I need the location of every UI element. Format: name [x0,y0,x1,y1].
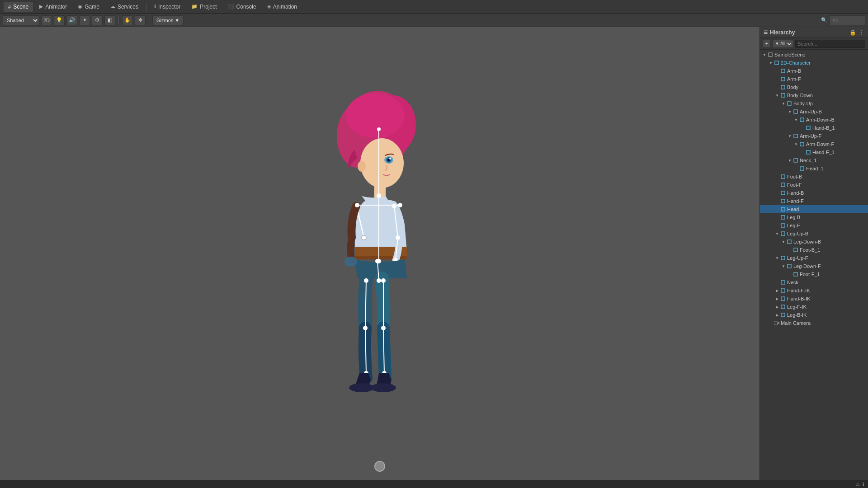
tab-scene[interactable]: # Scene [4,2,33,12]
hierarchy-add-button[interactable]: + [763,40,771,48]
body-up-arrow: ▼ [781,102,786,106]
tree-item-hand-f-ik[interactable]: ▶ Hand-F-IK [760,286,868,295]
svg-rect-58 [794,159,797,162]
tree-item-foot-f-1[interactable]: ▶ Foot-F_1 [760,270,868,278]
tree-item-hand-f-1[interactable]: ▶ Hand-F_1 [760,148,868,156]
leg-up-f-label: Leg-Up-F [786,255,808,261]
tree-item-hand-b-ik[interactable]: ▶ Hand-B-IK [760,295,868,303]
tree-item-hand-f[interactable]: ▶ Hand-F [760,197,868,205]
svg-rect-68 [788,240,791,244]
gizmos-button[interactable]: Gizmos ▼ [152,15,184,25]
tree-item-arm-b[interactable]: ▶ Arm-B [760,67,868,75]
tree-item-arm-up-b[interactable]: ▼ Arm-Up-B [760,108,868,116]
audio-toggle-button[interactable]: 🔊 [66,15,77,25]
status-info-icon[interactable]: ℹ [863,482,864,487]
tree-item-arm-up-f[interactable]: ▼ Arm-Up-F [760,132,868,140]
tab-game[interactable]: ◉ Game [73,2,104,12]
tree-item-leg-up-b[interactable]: ▼ Leg-Up-B [760,230,868,238]
tree-item-body-up[interactable]: ▼ Body-Up [760,99,868,108]
arm-down-b-arrow: ▼ [793,118,799,122]
tree-item-neck-1[interactable]: ▼ Neck_1 [760,156,868,164]
tab-animator[interactable]: ▶ Animator [35,2,71,12]
tree-item-arm-f[interactable]: ▶ Arm-F [760,75,868,83]
svg-rect-77 [781,313,785,317]
arm-f-label: Arm-F [786,76,801,82]
svg-rect-49 [781,85,785,89]
hand-f-1-icon [805,150,811,155]
tree-item-leg-up-f[interactable]: ▼ Leg-Up-F [760,254,868,262]
tree-item-leg-f-ik[interactable]: ▶ Leg-F-IK [760,303,868,311]
tree-item-arm-down-f[interactable]: ▼ Arm-Down-F [760,140,868,148]
tree-item-leg-b[interactable]: ▶ Leg-B [760,213,868,221]
move-tool-button[interactable]: ✥ [135,15,146,25]
tree-item-leg-down-b[interactable]: ▼ Leg-Down-B [760,238,868,246]
services-tab-label: Services [118,4,138,10]
foot-f-1-label: Foot-F_1 [799,272,820,277]
arm-up-b-label: Arm-Up-B [799,109,822,114]
leg-f-icon [780,223,786,228]
hierarchy-title: ☰ Hierarchy [764,29,795,36]
tree-item-foot-f[interactable]: ▶ Foot-F [760,181,868,189]
tree-item-arm-down-b[interactable]: ▼ Arm-Down-B [760,116,868,124]
tree-item-hand-b-1[interactable]: ▶ Hand-B_1 [760,124,868,132]
2d-mode-button[interactable]: 2D [41,15,52,25]
tree-item-leg-b-ik[interactable]: ▶ Leg-B-IK [760,311,868,319]
tree-item-head-1[interactable]: ▶ Head_1 [760,164,868,173]
body-label: Body [786,84,798,90]
main-area: ☰ Hierarchy 🔒 ⋮ + ▼ All ▼ [0,27,868,480]
hierarchy-menu-icon[interactable]: ⋮ [858,29,864,36]
tree-item-head[interactable]: ▶ Head [760,205,868,213]
tab-animation[interactable]: ◈ Animation [263,2,302,12]
neck-1-arrow: ▼ [787,159,793,163]
tab-inspector[interactable]: ℹ Inspector [150,2,185,12]
body-down-arrow: ▼ [774,94,780,98]
svg-point-8 [389,158,391,160]
hand-tool-button[interactable]: ✋ [122,15,133,25]
services-icon: ☁ [110,4,115,9]
svg-rect-60 [781,175,785,178]
svg-point-15 [362,235,366,240]
hierarchy-filter-select[interactable]: ▼ All [773,40,793,48]
samplescene-icon [767,52,774,57]
menubar-sep-1 [146,3,146,11]
leg-b-label: Leg-B [786,215,800,220]
tree-item-body[interactable]: ▶ Body [760,83,868,91]
tab-services[interactable]: ☁ Services [106,2,143,12]
svg-point-4 [360,138,404,188]
hierarchy-search-input[interactable] [795,40,865,48]
tab-console[interactable]: ⬛ Console [223,2,261,12]
head-1-icon [799,166,805,171]
light-toggle-button[interactable]: 💡 [54,15,65,25]
tree-item-main-camera[interactable]: ▶ Main Camera [760,319,868,327]
layer-mask-button[interactable]: ◧ [104,15,115,25]
svg-rect-51 [788,102,791,105]
leg-down-b-label: Leg-Down-B [793,239,821,244]
status-error-icon[interactable]: ⚠ [856,482,860,487]
tree-item-foot-b[interactable]: ▶ Foot-B [760,173,868,181]
toolbar-sep-2 [149,16,149,24]
tree-item-leg-down-f[interactable]: ▼ Leg-Down-F [760,262,868,270]
svg-rect-57 [807,150,810,154]
tree-item-body-down[interactable]: ▼ Body-Down [760,91,868,99]
tree-item-neck[interactable]: ▶ Neck [760,278,868,286]
tree-item-hand-b[interactable]: ▶ Hand-B [760,189,868,197]
hand-f-icon [780,199,786,203]
tree-item-2d-character[interactable]: ▼ 2D-Character [760,59,868,67]
svg-rect-46 [775,61,778,65]
console-tab-label: Console [236,4,256,10]
hierarchy-lock-icon[interactable]: 🔒 [849,29,856,36]
body-up-icon [786,101,793,106]
leg-b-ik-icon [780,313,786,317]
tree-item-foot-b-1[interactable]: ▶ Foot-B_1 [760,246,868,254]
tab-project[interactable]: 📁 Project [187,2,221,12]
scene-view[interactable] [0,27,760,480]
svg-rect-75 [781,297,785,300]
tree-item-samplescene[interactable]: ▼ SampleScene [760,51,868,59]
game-tab-label: Game [85,4,99,10]
tree-item-leg-f[interactable]: ▶ Leg-F [760,221,868,230]
fx-toggle-button[interactable]: ✦ [79,15,90,25]
scene-settings-button[interactable]: ⚙ [92,15,103,25]
scene-position-handle[interactable] [374,461,385,472]
shading-mode-select[interactable]: Shaded Wireframe [3,15,39,25]
scene-search-input[interactable] [829,15,865,25]
